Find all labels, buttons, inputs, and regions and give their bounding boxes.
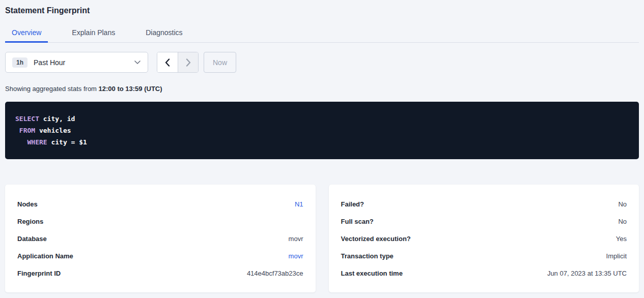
row-value: Yes bbox=[616, 235, 627, 243]
row-label: Transaction type bbox=[341, 252, 394, 260]
row-label: Failed? bbox=[341, 200, 365, 208]
row-value: movr bbox=[289, 235, 303, 243]
sql-keyword: WHERE bbox=[27, 138, 47, 146]
sql-statement-box: SELECT city, id FROM vehicles WHERE city… bbox=[5, 102, 639, 159]
row-label: Fingerprint ID bbox=[17, 270, 61, 277]
detail-row-fingerprint-id: Fingerprint ID 414e4bcf73ab23ce bbox=[17, 264, 303, 282]
time-step-button-group bbox=[157, 52, 199, 73]
prev-time-button[interactable] bbox=[157, 52, 178, 72]
chevron-down-icon bbox=[134, 61, 141, 65]
detail-row-full-scan: Full scan? No bbox=[341, 213, 627, 230]
detail-row-vectorized: Vectorized execution? Yes bbox=[341, 230, 627, 247]
detail-row-transaction-type: Transaction type Implicit bbox=[341, 247, 627, 264]
row-value: No bbox=[618, 200, 627, 208]
sql-keyword: FROM bbox=[19, 127, 35, 134]
summary-cards: Nodes N1 Regions Database movr Applicati… bbox=[5, 185, 639, 292]
row-label: Full scan? bbox=[341, 218, 374, 225]
aggregated-stats-note: Showing aggregated stats from 12:00 to 1… bbox=[5, 85, 639, 93]
sql-text: vehicles bbox=[35, 127, 71, 134]
tab-bar: Overview Explain Plans Diagnostics bbox=[5, 23, 639, 43]
sql-indent bbox=[15, 138, 27, 146]
nodes-link[interactable]: N1 bbox=[295, 200, 303, 208]
tab-diagnostics[interactable]: Diagnostics bbox=[139, 23, 189, 43]
time-range-label: Past Hour bbox=[34, 58, 134, 67]
sql-indent bbox=[15, 127, 19, 134]
tab-explain-plans[interactable]: Explain Plans bbox=[65, 23, 122, 43]
chevron-left-icon bbox=[165, 58, 170, 67]
row-label: Vectorized execution? bbox=[341, 235, 411, 243]
execution-attributes-card: Failed? No Full scan? No Vectorized exec… bbox=[329, 185, 639, 292]
time-controls: 1h Past Hour Now bbox=[5, 52, 639, 73]
page-title: Statement Fingerprint bbox=[5, 0, 639, 16]
statement-fingerprint-page: Statement Fingerprint Overview Explain P… bbox=[0, 0, 644, 292]
stats-note-prefix: Showing aggregated stats from bbox=[5, 85, 99, 93]
now-button[interactable]: Now bbox=[204, 52, 236, 73]
detail-row-nodes: Nodes N1 bbox=[17, 195, 303, 213]
time-range-badge: 1h bbox=[12, 57, 27, 68]
detail-row-regions: Regions bbox=[17, 213, 303, 230]
row-label: Regions bbox=[17, 218, 43, 225]
sql-text: city = $1 bbox=[47, 138, 87, 146]
row-value: Jun 07, 2023 at 13:35 UTC bbox=[547, 270, 627, 277]
sql-line: SELECT city, id bbox=[15, 113, 629, 125]
row-value: Implicit bbox=[606, 252, 627, 260]
row-value: No bbox=[618, 218, 627, 225]
sql-line: WHERE city = $1 bbox=[15, 136, 629, 148]
stats-note-range: 12:00 to 13:59 (UTC) bbox=[99, 85, 162, 93]
sql-line: FROM vehicles bbox=[15, 125, 629, 136]
detail-row-last-execution-time: Last execution time Jun 07, 2023 at 13:3… bbox=[341, 264, 627, 282]
row-label: Application Name bbox=[17, 252, 73, 260]
detail-row-failed: Failed? No bbox=[341, 195, 627, 213]
chevron-right-icon bbox=[186, 58, 191, 67]
tab-overview[interactable]: Overview bbox=[5, 23, 48, 43]
row-label: Database bbox=[17, 235, 47, 243]
row-label: Last execution time bbox=[341, 270, 403, 277]
row-value: 414e4bcf73ab23ce bbox=[247, 270, 303, 277]
time-range-select[interactable]: 1h Past Hour bbox=[5, 52, 148, 73]
detail-row-database: Database movr bbox=[17, 230, 303, 247]
next-time-button[interactable] bbox=[178, 52, 198, 72]
sql-keyword: SELECT bbox=[15, 115, 39, 123]
row-label: Nodes bbox=[17, 200, 38, 208]
detail-row-application-name: Application Name movr bbox=[17, 247, 303, 264]
sql-text: city, id bbox=[39, 115, 75, 123]
application-name-link[interactable]: movr bbox=[289, 252, 303, 260]
statement-details-card: Nodes N1 Regions Database movr Applicati… bbox=[5, 185, 316, 292]
